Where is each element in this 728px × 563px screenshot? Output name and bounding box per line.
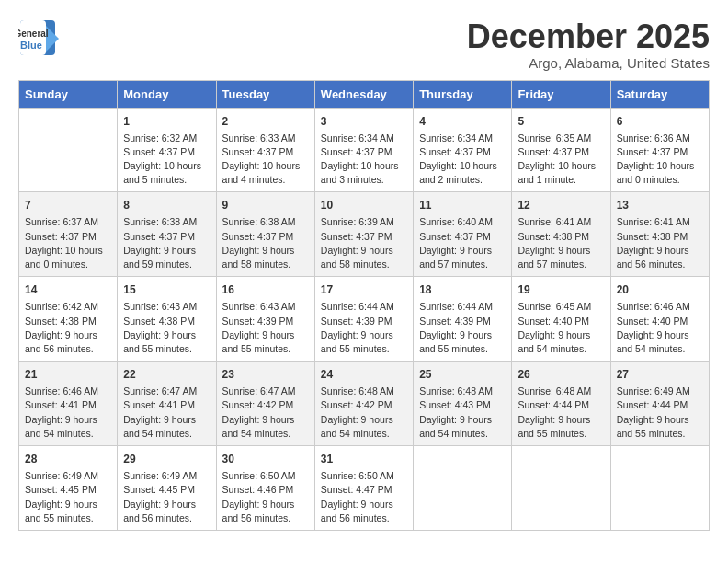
calendar-cell: 18Sunrise: 6:44 AMSunset: 4:39 PMDayligh…: [414, 277, 512, 362]
calendar-cell: 11Sunrise: 6:40 AMSunset: 4:37 PMDayligh…: [414, 192, 512, 277]
calendar-cell: 3Sunrise: 6:34 AMSunset: 4:37 PMDaylight…: [314, 108, 413, 192]
cell-sun-info: Sunrise: 6:42 AMSunset: 4:38 PMDaylight:…: [25, 300, 111, 356]
calendar-cell: 7Sunrise: 6:37 AMSunset: 4:37 PMDaylight…: [19, 192, 118, 277]
cell-sun-info: Sunrise: 6:50 AMSunset: 4:47 PMDaylight:…: [321, 469, 407, 525]
day-number: 2: [222, 113, 309, 130]
calendar-cell: 25Sunrise: 6:48 AMSunset: 4:43 PMDayligh…: [414, 362, 512, 446]
cell-sun-info: Sunrise: 6:40 AMSunset: 4:37 PMDaylight:…: [419, 215, 506, 271]
cell-sun-info: Sunrise: 6:43 AMSunset: 4:39 PMDaylight:…: [222, 300, 309, 356]
svg-text:Blue: Blue: [20, 40, 42, 51]
day-number: 8: [123, 197, 210, 213]
cell-sun-info: Sunrise: 6:50 AMSunset: 4:46 PMDaylight:…: [222, 469, 309, 525]
location: Argo, Alabama, United States: [467, 55, 710, 71]
day-number: 13: [617, 197, 703, 213]
day-number: 15: [123, 282, 210, 298]
cell-sun-info: Sunrise: 6:38 AMSunset: 4:37 PMDaylight:…: [222, 215, 309, 271]
calendar-cell: 13Sunrise: 6:41 AMSunset: 4:38 PMDayligh…: [610, 192, 709, 277]
calendar-cell: 31Sunrise: 6:50 AMSunset: 4:47 PMDayligh…: [314, 446, 413, 531]
cell-sun-info: Sunrise: 6:47 AMSunset: 4:42 PMDaylight:…: [222, 385, 309, 441]
cell-sun-info: Sunrise: 6:47 AMSunset: 4:41 PMDaylight:…: [123, 385, 210, 441]
cell-sun-info: Sunrise: 6:38 AMSunset: 4:37 PMDaylight:…: [123, 215, 210, 271]
day-number: 7: [25, 197, 111, 213]
col-header-wednesday: Wednesday: [314, 80, 413, 108]
cell-sun-info: Sunrise: 6:48 AMSunset: 4:42 PMDaylight:…: [321, 385, 407, 441]
cell-sun-info: Sunrise: 6:34 AMSunset: 4:37 PMDaylight:…: [419, 132, 506, 188]
calendar-cell: 14Sunrise: 6:42 AMSunset: 4:38 PMDayligh…: [19, 277, 118, 362]
cell-sun-info: Sunrise: 6:44 AMSunset: 4:39 PMDaylight:…: [419, 300, 506, 356]
day-number: 4: [419, 113, 506, 130]
calendar-cell: 15Sunrise: 6:43 AMSunset: 4:38 PMDayligh…: [118, 277, 216, 362]
day-number: 17: [321, 282, 407, 298]
calendar-cell: 19Sunrise: 6:45 AMSunset: 4:40 PMDayligh…: [512, 277, 610, 362]
cell-sun-info: Sunrise: 6:46 AMSunset: 4:41 PMDaylight:…: [25, 385, 111, 441]
calendar-cell: 10Sunrise: 6:39 AMSunset: 4:37 PMDayligh…: [314, 192, 413, 277]
day-number: 30: [222, 451, 309, 467]
cell-sun-info: Sunrise: 6:49 AMSunset: 4:45 PMDaylight:…: [25, 469, 111, 525]
calendar-cell: [512, 446, 610, 531]
cell-sun-info: Sunrise: 6:48 AMSunset: 4:44 PMDaylight:…: [518, 385, 604, 441]
calendar-cell: 20Sunrise: 6:46 AMSunset: 4:40 PMDayligh…: [610, 277, 709, 362]
cell-sun-info: Sunrise: 6:37 AMSunset: 4:37 PMDaylight:…: [25, 215, 111, 271]
day-number: 18: [419, 282, 506, 298]
cell-sun-info: Sunrise: 6:49 AMSunset: 4:44 PMDaylight:…: [617, 385, 703, 441]
day-number: 14: [25, 282, 111, 298]
calendar-cell: 8Sunrise: 6:38 AMSunset: 4:37 PMDaylight…: [118, 192, 216, 277]
col-header-thursday: Thursday: [414, 80, 512, 108]
calendar-cell: 23Sunrise: 6:47 AMSunset: 4:42 PMDayligh…: [216, 362, 314, 446]
cell-sun-info: Sunrise: 6:41 AMSunset: 4:38 PMDaylight:…: [617, 215, 703, 271]
calendar-cell: 28Sunrise: 6:49 AMSunset: 4:45 PMDayligh…: [19, 446, 118, 531]
week-row-3: 21Sunrise: 6:46 AMSunset: 4:41 PMDayligh…: [19, 362, 710, 446]
col-header-tuesday: Tuesday: [216, 80, 314, 108]
calendar-cell: 22Sunrise: 6:47 AMSunset: 4:41 PMDayligh…: [118, 362, 216, 446]
calendar-cell: [610, 446, 709, 531]
cell-sun-info: Sunrise: 6:32 AMSunset: 4:37 PMDaylight:…: [123, 132, 210, 188]
week-row-0: 1Sunrise: 6:32 AMSunset: 4:37 PMDaylight…: [19, 108, 710, 192]
calendar-cell: [414, 446, 512, 531]
day-number: 16: [222, 282, 309, 298]
cell-sun-info: Sunrise: 6:44 AMSunset: 4:39 PMDaylight:…: [321, 300, 407, 356]
week-row-4: 28Sunrise: 6:49 AMSunset: 4:45 PMDayligh…: [19, 446, 710, 531]
logo: General Blue: [18, 18, 61, 55]
day-number: 11: [419, 197, 506, 213]
day-number: 28: [25, 451, 111, 467]
day-number: 10: [321, 197, 407, 213]
col-header-sunday: Sunday: [19, 80, 118, 108]
calendar-cell: [19, 108, 118, 192]
day-number: 3: [321, 113, 407, 130]
calendar-cell: 17Sunrise: 6:44 AMSunset: 4:39 PMDayligh…: [314, 277, 413, 362]
day-number: 9: [222, 197, 309, 213]
calendar-cell: 6Sunrise: 6:36 AMSunset: 4:37 PMDaylight…: [610, 108, 709, 192]
page-header: General Blue December 2025 Argo, Alabama…: [18, 18, 710, 71]
calendar-cell: 24Sunrise: 6:48 AMSunset: 4:42 PMDayligh…: [314, 362, 413, 446]
calendar-table: SundayMondayTuesdayWednesdayThursdayFrid…: [18, 80, 710, 531]
calendar-cell: 30Sunrise: 6:50 AMSunset: 4:46 PMDayligh…: [216, 446, 314, 531]
week-row-1: 7Sunrise: 6:37 AMSunset: 4:37 PMDaylight…: [19, 192, 710, 277]
day-number: 25: [419, 366, 506, 383]
cell-sun-info: Sunrise: 6:36 AMSunset: 4:37 PMDaylight:…: [617, 132, 703, 188]
day-number: 27: [617, 366, 703, 383]
day-number: 26: [518, 366, 604, 383]
cell-sun-info: Sunrise: 6:39 AMSunset: 4:37 PMDaylight:…: [321, 215, 407, 271]
calendar-cell: 9Sunrise: 6:38 AMSunset: 4:37 PMDaylight…: [216, 192, 314, 277]
day-number: 1: [123, 113, 210, 130]
cell-sun-info: Sunrise: 6:34 AMSunset: 4:37 PMDaylight:…: [321, 132, 407, 188]
day-number: 12: [518, 197, 604, 213]
calendar-cell: 4Sunrise: 6:34 AMSunset: 4:37 PMDaylight…: [414, 108, 512, 192]
cell-sun-info: Sunrise: 6:33 AMSunset: 4:37 PMDaylight:…: [222, 132, 309, 188]
cell-sun-info: Sunrise: 6:41 AMSunset: 4:38 PMDaylight:…: [518, 215, 604, 271]
calendar-cell: 5Sunrise: 6:35 AMSunset: 4:37 PMDaylight…: [512, 108, 610, 192]
day-number: 23: [222, 366, 309, 383]
cell-sun-info: Sunrise: 6:49 AMSunset: 4:45 PMDaylight:…: [123, 469, 210, 525]
col-header-saturday: Saturday: [610, 80, 709, 108]
cell-sun-info: Sunrise: 6:43 AMSunset: 4:38 PMDaylight:…: [123, 300, 210, 356]
svg-text:General: General: [18, 29, 49, 39]
calendar-cell: 2Sunrise: 6:33 AMSunset: 4:37 PMDaylight…: [216, 108, 314, 192]
title-area: December 2025 Argo, Alabama, United Stat…: [467, 18, 710, 71]
calendar-cell: 16Sunrise: 6:43 AMSunset: 4:39 PMDayligh…: [216, 277, 314, 362]
day-number: 6: [617, 113, 703, 130]
day-number: 20: [617, 282, 703, 298]
day-number: 21: [25, 366, 111, 383]
col-header-friday: Friday: [512, 80, 610, 108]
day-number: 31: [321, 451, 407, 467]
calendar-cell: 29Sunrise: 6:49 AMSunset: 4:45 PMDayligh…: [118, 446, 216, 531]
